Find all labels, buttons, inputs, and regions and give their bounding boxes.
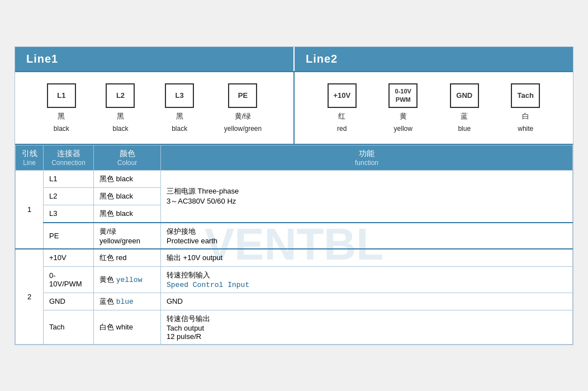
connector-cn-GND: 蓝 [461,111,468,121]
color-PE: 黄/绿yellow/green [94,223,161,249]
color-PWM: 黄色 yellow [94,266,161,293]
connectors-row: L1 黑 black L2 黑 black L3 黑 black PE 黄/绿 … [15,72,573,145]
connector-en-PWM: yellow [394,125,412,133]
conn-PE: PE [44,223,94,249]
connector-en-PE: yellow/green [224,125,262,133]
color-L3: 黑色 black [94,205,161,223]
conn-L3: L3 [44,205,94,223]
th-connection: 连接器 Connection [44,145,94,170]
conn-L2: L2 [44,187,94,205]
table-row-2-GND: GND 蓝色 blue GND [16,293,573,310]
table-row-2-10V: 2 +10V 红色 red 输出 +10V output [16,249,573,267]
connector-L2: L2 黑 black [106,83,135,133]
color-L2: 黑色 black [94,187,161,205]
th-line: 引线 Line [16,145,44,170]
header-line2: Line2 [295,47,573,71]
conn-L1: L1 [44,170,94,187]
connector-en-Tach: white [518,125,533,133]
color-Tach: 白色 white [94,310,161,344]
connector-en-L3: black [172,125,187,133]
header-row: Line1 Line2 [15,47,573,72]
connector-box-L1: L1 [47,83,76,108]
connector-en-GND: blue [458,125,471,133]
th-colour-en: Colour [99,159,155,167]
header-line1: Line1 [15,47,295,71]
line-num-2: 2 [16,249,44,345]
func-L1: 三相电源 Three-phase3～AC380V 50/60 Hz [161,170,573,223]
connector-box-GND: GND [450,83,479,108]
connector-box-10V: +10V [328,83,357,108]
connector-GND: GND 蓝 blue [450,83,479,133]
connector-cn-L2: 黑 [117,111,124,121]
func-10V: 输出 +10V output [161,249,573,267]
connector-en-L2: black [112,125,128,133]
connector-cn-10V: 红 [338,111,345,121]
table-wrapper: VENTBL 引线 Line 连接器 Connection 颜色 Colour [15,145,573,345]
table-row-1-PE: PE 黄/绿yellow/green 保护接地Protective earth [16,223,573,249]
connector-box-Tach: Tach [511,83,540,108]
th-conn-cn: 连接器 [49,149,88,159]
color-10V: 红色 red [94,249,161,267]
connector-cn-Tach: 白 [522,111,529,121]
th-conn-en: Connection [49,159,88,167]
color-PWM-mono: yellow [116,276,143,284]
th-colour-cn: 颜色 [99,149,155,159]
conn-Tach: Tach [44,310,94,344]
table-row-2-PWM: 0-10V/PWM 黄色 yellow 转速控制输入Speed Control … [16,266,573,293]
conn-0-10V: 0-10V/PWM [44,266,94,293]
line-num-1: 1 [16,170,44,249]
connector-PE: PE 黄/绿 yellow/green [224,83,262,133]
func-PWM: 转速控制输入Speed Control Input [161,266,573,293]
connector-box-PWM: 0-10VPWM [388,83,418,108]
table-row-1-L1: 1 L1 黑色 black 三相电源 Three-phase3～AC380V 5… [16,170,573,187]
table-header-row: 引线 Line 连接器 Connection 颜色 Colour 功能 func… [16,145,573,170]
connector-box-PE: PE [228,83,257,108]
th-line-cn: 引线 [21,149,37,159]
connector-en-10V: red [337,125,347,133]
main-container: Line1 Line2 L1 黑 black L2 黑 black L3 黑 b… [15,46,573,345]
connector-L1: L1 黑 black [47,83,76,133]
connectors-line2: +10V 红 red 0-10VPWM 黄 yellow GND 蓝 blue … [295,72,573,144]
connectors-line1: L1 黑 black L2 黑 black L3 黑 black PE 黄/绿 … [15,72,295,144]
conn-10V: +10V [44,249,94,267]
connector-box-L3: L3 [165,83,194,108]
func-GND: GND [161,293,573,310]
data-table: 引线 Line 连接器 Connection 颜色 Colour 功能 func… [15,145,573,345]
connector-cn-L1: 黑 [58,111,65,121]
connector-cn-PE: 黄/绿 [235,111,252,121]
color-GND-mono: blue [116,298,134,306]
connector-PWM: 0-10VPWM 黄 yellow [388,83,418,133]
connector-L3: L3 黑 black [165,83,194,133]
func-PE: 保护接地Protective earth [161,223,573,249]
table-row-2-Tach: Tach 白色 white 转速信号输出Tach output12 pulse/… [16,310,573,344]
connector-Tach: Tach 白 white [511,83,540,133]
connector-box-L2: L2 [106,83,135,108]
th-line-en: Line [21,159,37,167]
color-GND: 蓝色 blue [94,293,161,310]
connector-cn-L3: 黑 [176,111,183,121]
th-function: 功能 function [161,145,573,170]
th-func-en: function [167,159,567,167]
connector-en-L1: black [54,125,69,133]
connector-10V: +10V 红 red [328,83,357,133]
th-func-cn: 功能 [167,149,567,159]
func-Tach: 转速信号输出Tach output12 pulse/R [161,310,573,344]
func-PWM-mono: Speed Control Input [167,281,249,289]
color-L1: 黑色 black [94,170,161,187]
th-colour: 颜色 Colour [94,145,161,170]
connector-cn-PWM: 黄 [400,111,407,121]
conn-GND: GND [44,293,94,310]
